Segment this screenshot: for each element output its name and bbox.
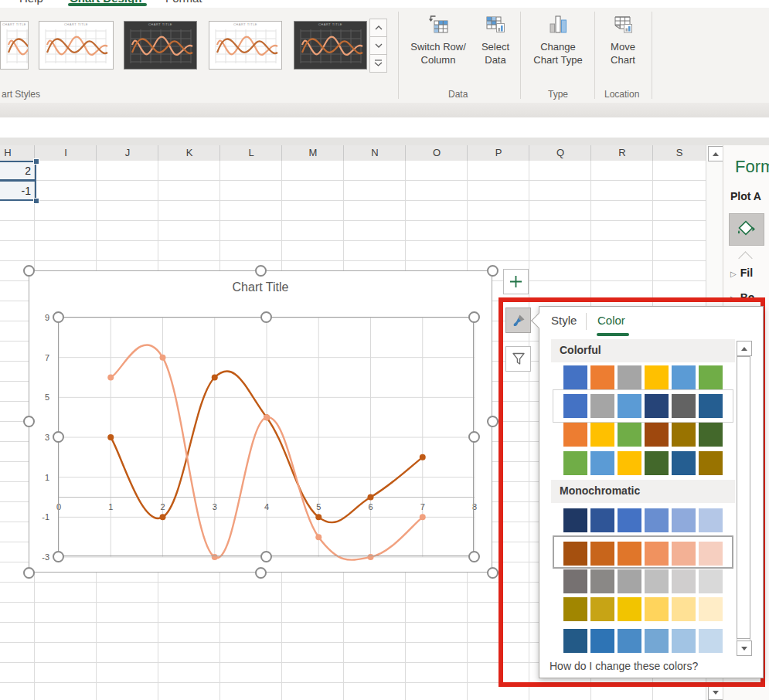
change-chart-type-button[interactable]: Change Chart Type: [527, 14, 589, 66]
cell-h2-value[interactable]: -1: [0, 185, 31, 197]
color-swatch[interactable]: [699, 508, 723, 532]
flyout-tab-style[interactable]: Style: [551, 314, 577, 327]
gallery-scroll-up-button[interactable]: [369, 19, 387, 37]
color-swatch[interactable]: [563, 629, 587, 653]
flyout-scroll-down-button[interactable]: [737, 641, 752, 656]
flyout-scroll-up-button[interactable]: [737, 341, 752, 356]
switch-row-column-button[interactable]: Switch Row/ Column: [407, 14, 469, 66]
color-swatch[interactable]: [672, 423, 696, 447]
chart-resize-handle[interactable]: [487, 567, 498, 579]
plot-area-resize-handle[interactable]: [53, 311, 64, 323]
plot-area-resize-handle[interactable]: [260, 311, 272, 323]
color-swatch[interactable]: [672, 365, 696, 389]
chart-styles-button[interactable]: [505, 308, 531, 333]
color-swatch[interactable]: [618, 597, 641, 621]
column-header-h[interactable]: H: [0, 147, 23, 158]
fill-section-row[interactable]: ▷Fil: [730, 267, 753, 279]
column-header-p[interactable]: P: [483, 147, 514, 158]
color-swatch[interactable]: [618, 508, 641, 532]
color-swatch[interactable]: [563, 394, 587, 418]
chart-resize-handle[interactable]: [23, 265, 35, 277]
color-swatch[interactable]: [590, 451, 614, 475]
color-swatch[interactable]: [699, 451, 723, 475]
color-swatch[interactable]: [618, 423, 641, 447]
chart-resize-handle[interactable]: [487, 416, 498, 427]
chart-resize-handle[interactable]: [23, 416, 35, 427]
color-swatch[interactable]: [618, 365, 641, 389]
chart-style-thumbnail[interactable]: CHART TITLE: [39, 21, 114, 70]
column-header-r[interactable]: R: [607, 147, 638, 158]
plot-area-frame[interactable]: [58, 317, 474, 556]
color-swatch[interactable]: [563, 451, 587, 475]
color-swatch[interactable]: [645, 394, 669, 418]
color-swatch[interactable]: [672, 508, 696, 532]
move-chart-button[interactable]: Move Chart: [601, 14, 645, 66]
color-swatch[interactable]: [645, 451, 669, 475]
scroll-up-button[interactable]: [708, 146, 723, 161]
color-swatch[interactable]: [645, 629, 669, 653]
range-fill-handle[interactable]: [33, 198, 39, 204]
color-swatch[interactable]: [672, 597, 696, 621]
chart-style-thumbnail[interactable]: CHART TITLE: [124, 21, 197, 70]
color-swatch[interactable]: [590, 597, 614, 621]
tab-format[interactable]: Format: [165, 0, 202, 5]
column-header-q[interactable]: Q: [545, 147, 576, 158]
color-swatch[interactable]: [645, 542, 669, 566]
plot-area-resize-handle[interactable]: [468, 551, 480, 562]
color-swatch[interactable]: [699, 629, 723, 653]
range-fill-handle[interactable]: [33, 158, 39, 165]
color-swatch[interactable]: [645, 569, 669, 593]
color-swatch[interactable]: [645, 365, 669, 389]
color-swatch[interactable]: [645, 508, 669, 532]
chart-style-thumbnail[interactable]: CHART TITLE: [0, 21, 29, 70]
color-swatch[interactable]: [563, 365, 587, 389]
color-swatch[interactable]: [699, 597, 723, 621]
plot-area-dropdown[interactable]: Plot A: [730, 190, 761, 202]
column-header-k[interactable]: K: [174, 147, 205, 158]
color-swatch[interactable]: [699, 394, 723, 418]
tab-help[interactable]: Help: [19, 0, 43, 5]
color-swatch[interactable]: [672, 394, 696, 418]
color-swatch[interactable]: [699, 423, 723, 447]
color-swatch[interactable]: [590, 394, 614, 418]
column-header-l[interactable]: L: [236, 147, 267, 158]
fill-line-tab-button[interactable]: [729, 213, 764, 246]
flyout-tab-color[interactable]: Color: [597, 314, 625, 327]
color-swatch[interactable]: [645, 423, 669, 447]
column-header-n[interactable]: N: [359, 147, 390, 158]
plot-area-resize-handle[interactable]: [53, 551, 64, 562]
chart-resize-handle[interactable]: [255, 265, 267, 277]
column-header-j[interactable]: J: [112, 147, 143, 158]
color-swatch[interactable]: [590, 569, 614, 593]
color-swatch[interactable]: [699, 542, 723, 566]
plot-area-resize-handle[interactable]: [468, 311, 480, 323]
color-swatch[interactable]: [590, 542, 614, 566]
color-swatch[interactable]: [618, 629, 641, 653]
color-swatch[interactable]: [618, 394, 641, 418]
chart-resize-handle[interactable]: [255, 567, 267, 579]
flyout-scroll-thumb[interactable]: [737, 356, 750, 639]
color-swatch[interactable]: [699, 365, 723, 389]
color-swatch[interactable]: [645, 597, 669, 621]
color-swatch[interactable]: [563, 569, 587, 593]
plot-area-resize-handle[interactable]: [468, 431, 480, 443]
chart-style-thumbnail[interactable]: CHART TITLE: [294, 21, 367, 70]
column-header-m[interactable]: M: [298, 147, 328, 158]
color-swatch[interactable]: [672, 451, 696, 475]
chart-resize-handle[interactable]: [23, 567, 35, 579]
gallery-more-styles-button[interactable]: [369, 54, 387, 73]
change-colors-help-link[interactable]: How do I change these colors?: [550, 660, 698, 672]
chart-style-thumbnail[interactable]: CHART TITLE: [209, 21, 282, 70]
chart-resize-handle[interactable]: [487, 265, 498, 277]
column-header-o[interactable]: O: [421, 147, 452, 158]
color-swatch[interactable]: [672, 542, 696, 566]
formula-bar[interactable]: [0, 117, 769, 138]
color-swatch[interactable]: [563, 597, 587, 621]
chart-elements-button[interactable]: [503, 269, 529, 294]
color-swatch[interactable]: [618, 451, 641, 475]
select-data-button[interactable]: Select Data: [474, 14, 517, 66]
color-swatch[interactable]: [672, 569, 696, 593]
column-header-s[interactable]: S: [664, 147, 695, 158]
column-header-i[interactable]: I: [50, 147, 81, 158]
color-swatch[interactable]: [563, 542, 587, 566]
